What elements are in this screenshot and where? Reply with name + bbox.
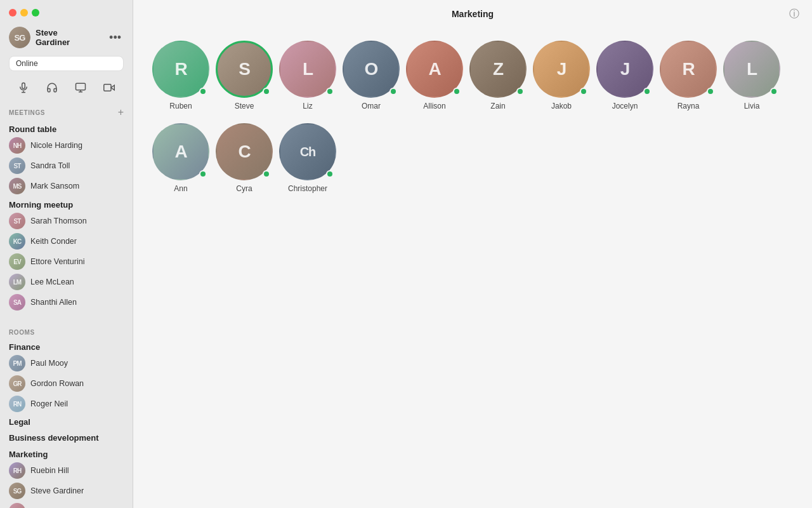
- participant-card[interactable]: A Allison: [406, 41, 463, 110]
- minimize-button[interactable]: [20, 9, 28, 17]
- participant-name: Allison: [423, 102, 445, 110]
- avatar: SG: [9, 483, 25, 499]
- avatar: RN: [9, 396, 25, 412]
- avatar: RH: [9, 462, 25, 479]
- list-item[interactable]: PM Paul Mooy: [0, 353, 133, 373]
- maximize-button[interactable]: [32, 9, 39, 17]
- participant-name: Rayna: [678, 102, 700, 110]
- list-item[interactable]: LM Lee McLean: [0, 272, 133, 292]
- meeting-round-table-label: Round table: [0, 121, 133, 135]
- participant-name: Jocelyn: [612, 102, 638, 110]
- online-indicator: [770, 88, 778, 95]
- member-name: Lee McLean: [30, 277, 74, 286]
- participant-card[interactable]: S Steve: [216, 41, 273, 110]
- svg-marker-6: [111, 85, 114, 90]
- list-item[interactable]: MS Mark Sansom: [0, 176, 133, 196]
- participant-card[interactable]: R Ruben: [152, 41, 209, 110]
- close-button[interactable]: [9, 9, 16, 17]
- svg-rect-7: [104, 84, 111, 91]
- avatar-wrap: J: [533, 41, 590, 98]
- user-profile: SG Steve Gardiner •••: [0, 23, 133, 52]
- avatar: ST: [9, 157, 25, 174]
- member-name: Sandra Toll: [30, 161, 70, 170]
- room-business-dev-label[interactable]: Business development: [0, 430, 133, 446]
- screen-share-button[interactable]: [69, 79, 92, 97]
- meetings-section-header: MEETINGS +: [0, 100, 133, 121]
- list-item[interactable]: RN Roger Neil: [0, 394, 133, 414]
- video-button[interactable]: [98, 79, 121, 97]
- rooms-section-header: ROOMS: [0, 323, 133, 338]
- rooms-section-label: ROOMS: [9, 329, 35, 336]
- room-legal-label[interactable]: Legal: [0, 414, 133, 430]
- online-indicator: [326, 88, 334, 95]
- list-item[interactable]: NH Nicole Harding: [0, 135, 133, 156]
- list-item[interactable]: EV Ettore Venturini: [0, 251, 133, 272]
- participant-card[interactable]: L Livia: [723, 41, 780, 110]
- participant-card[interactable]: A Ann: [152, 123, 209, 193]
- online-indicator: [326, 170, 334, 178]
- avatar[interactable]: SG: [9, 27, 30, 48]
- avatar-wrap: A: [152, 123, 209, 180]
- avatar: NH: [9, 137, 25, 154]
- more-options-button[interactable]: •••: [107, 30, 124, 46]
- avatar: EV: [9, 253, 25, 270]
- list-item[interactable]: SA Shanthi Allen: [0, 292, 133, 312]
- add-meeting-button[interactable]: +: [118, 107, 124, 118]
- topbar-title: Marketing: [452, 9, 494, 19]
- online-indicator: [516, 88, 524, 95]
- room-marketing-label: Marketing: [0, 446, 133, 460]
- member-name: Steve Gardiner: [30, 486, 84, 495]
- online-indicator: [453, 88, 461, 95]
- status-bar[interactable]: Online: [9, 56, 124, 71]
- list-item[interactable]: LP Liz Patel: [0, 501, 133, 508]
- member-name: Ettore Venturini: [30, 257, 84, 266]
- participant-card[interactable]: L Liz: [279, 41, 336, 110]
- avatar-wrap: R: [660, 41, 717, 98]
- participant-name: Jakob: [551, 102, 572, 110]
- online-indicator: [263, 88, 270, 95]
- participant-card[interactable]: Z Zain: [469, 41, 527, 110]
- headphone-button[interactable]: [41, 79, 63, 97]
- profile-name-line2: Gardiner: [36, 37, 70, 47]
- list-item[interactable]: ST Sarah Thomson: [0, 211, 133, 231]
- controls-bar: [0, 75, 133, 100]
- list-item[interactable]: GR Gordon Rowan: [0, 373, 133, 394]
- participant-name: Ruben: [169, 102, 192, 110]
- participant-card[interactable]: J Jakob: [533, 41, 590, 110]
- info-icon[interactable]: ⓘ: [789, 8, 799, 21]
- participant-card[interactable]: Ch Christopher: [279, 123, 336, 193]
- online-indicator: [199, 170, 207, 178]
- online-indicator: [199, 88, 207, 95]
- member-name: Sarah Thomson: [30, 217, 87, 225]
- avatar: GR: [9, 375, 25, 392]
- profile-name-line1: Steve: [36, 28, 70, 38]
- participant-card[interactable]: R Rayna: [660, 41, 717, 110]
- room-finance-label: Finance: [0, 338, 133, 353]
- list-item[interactable]: SG Steve Gardiner: [0, 481, 133, 501]
- participants-row-1: R Ruben S Steve: [152, 41, 793, 110]
- list-item[interactable]: RH Ruebin Hill: [0, 460, 133, 481]
- member-name: Gordon Rowan: [30, 379, 84, 388]
- avatar: MS: [9, 178, 25, 194]
- avatar: LM: [9, 274, 25, 290]
- participant-card[interactable]: C Cyra: [216, 123, 273, 193]
- avatar: LP: [9, 503, 25, 508]
- participant-name: Cyra: [236, 184, 252, 193]
- member-name: Roger Neil: [30, 399, 68, 408]
- avatar-wrap: A: [406, 41, 463, 98]
- list-item[interactable]: ST Sandra Toll: [0, 156, 133, 176]
- svg-rect-3: [76, 83, 86, 90]
- avatar: KC: [9, 233, 25, 250]
- online-indicator: [390, 88, 397, 95]
- member-name: Paul Mooy: [30, 359, 68, 368]
- avatar-wrap: L: [279, 41, 336, 98]
- participant-card[interactable]: O Omar: [343, 41, 400, 110]
- avatar-wrap: Z: [469, 41, 527, 98]
- avatar-wrap: O: [343, 41, 400, 98]
- list-item[interactable]: KC Keith Conder: [0, 231, 133, 251]
- mic-button[interactable]: [12, 79, 35, 97]
- avatar-wrap: R: [152, 41, 209, 98]
- participant-card[interactable]: J Jocelyn: [596, 41, 653, 110]
- participant-name: Zain: [490, 102, 505, 110]
- participant-name: Omar: [362, 102, 381, 110]
